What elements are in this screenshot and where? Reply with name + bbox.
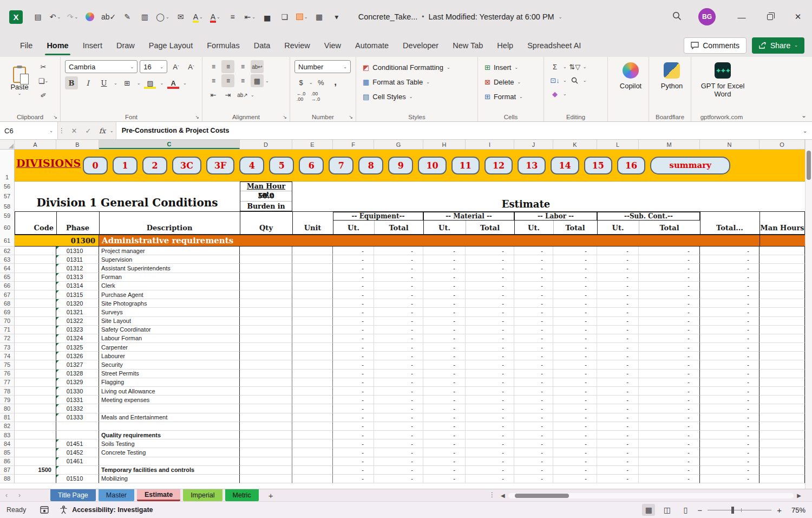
cell[interactable]: Temporary facilities and controls [99, 466, 240, 475]
font-size-select[interactable]: 16⌄ [140, 60, 167, 73]
cell[interactable]: - [597, 343, 639, 352]
cell[interactable]: - [466, 439, 514, 448]
cell[interactable]: - [333, 343, 374, 352]
cell[interactable]: - [423, 404, 466, 413]
qat-copy-icon[interactable]: ❏ [277, 9, 292, 25]
cell[interactable]: - [423, 255, 466, 264]
cell[interactable]: - [639, 247, 700, 255]
cell[interactable]: Concrete Testing [99, 448, 240, 457]
font-name-select[interactable]: Cambria⌄ [65, 60, 137, 73]
cell[interactable]: - [333, 466, 374, 475]
cell[interactable] [292, 475, 333, 483]
cell[interactable]: - [639, 466, 700, 475]
zoom-slider-thumb[interactable] [731, 507, 734, 514]
cell[interactable] [15, 431, 56, 439]
cell[interactable] [15, 273, 56, 282]
cell[interactable]: - [597, 413, 639, 422]
cell[interactable] [292, 387, 333, 396]
cell[interactable]: - [466, 466, 514, 475]
cell[interactable] [292, 396, 333, 404]
column-header-I[interactable]: I [466, 140, 514, 149]
man-hour-rate-value[interactable]: 50.0 [240, 192, 292, 200]
cell[interactable]: - [466, 457, 514, 466]
cell[interactable]: - [597, 396, 639, 404]
cell[interactable]: - [597, 290, 639, 299]
cell[interactable]: - [639, 282, 700, 290]
horizontal-scrollbar-thumb[interactable] [515, 494, 569, 498]
row-header[interactable]: 56 [0, 182, 15, 191]
cell[interactable]: - [597, 299, 639, 308]
cell[interactable] [240, 334, 292, 343]
cell[interactable] [99, 457, 240, 466]
cell[interactable] [240, 378, 292, 387]
cell[interactable] [240, 343, 292, 352]
cell[interactable]: 01311 [56, 255, 99, 264]
ribbon-tab-automate[interactable]: Automate [348, 34, 396, 57]
align-left-button[interactable]: ≡ [207, 74, 220, 87]
cell[interactable]: - [597, 475, 639, 483]
grow-font-button[interactable]: Aˆ [169, 60, 182, 73]
number-dialog-launcher-icon[interactable]: ↘ [349, 114, 353, 120]
alignment-dialog-launcher-icon[interactable]: ↘ [283, 114, 287, 120]
increase-decimal-button[interactable]: ←.0.00 [294, 90, 307, 103]
document-title-area[interactable]: Concrete_Take... • Last Modified: Yester… [358, 12, 562, 21]
cell[interactable]: 01323 [56, 326, 99, 334]
cell[interactable]: 01461 [56, 457, 99, 466]
division-button-15[interactable]: 15 [584, 157, 612, 174]
cell[interactable]: - [514, 387, 553, 396]
cell[interactable]: - [700, 352, 759, 360]
cell[interactable]: - [333, 457, 374, 466]
cell[interactable]: 01452 [56, 448, 99, 457]
cell[interactable] [292, 273, 333, 282]
cell[interactable]: - [700, 475, 759, 483]
sheet-tab-estimate[interactable]: Estimate [137, 489, 180, 501]
cell[interactable]: - [553, 282, 597, 290]
row-header[interactable]: 72 [0, 334, 15, 343]
cell[interactable] [15, 457, 56, 466]
accessibility-status[interactable]: Accessibility: Investigate [72, 506, 153, 514]
qat-copilot-icon[interactable] [82, 9, 97, 25]
cell[interactable]: - [514, 378, 553, 387]
cell[interactable] [759, 360, 805, 369]
column-header-L[interactable]: L [597, 140, 639, 149]
cell[interactable] [240, 475, 292, 483]
cell[interactable]: - [466, 317, 514, 326]
cell[interactable]: 01312 [56, 264, 99, 273]
cell[interactable]: - [553, 247, 597, 255]
scroll-right-icon[interactable]: ▶ [794, 493, 801, 498]
column-header-K[interactable]: K [553, 140, 597, 149]
cell[interactable]: - [597, 378, 639, 387]
cell[interactable] [15, 413, 56, 422]
cell[interactable] [292, 378, 333, 387]
cell[interactable]: - [639, 352, 700, 360]
vertical-scrollbar[interactable] [805, 140, 812, 489]
cell[interactable]: 01510 [56, 475, 99, 483]
cell[interactable]: - [639, 422, 700, 431]
cell[interactable]: - [597, 422, 639, 431]
qat-fill-color-icon[interactable]: ⌄ [294, 9, 310, 25]
cell[interactable]: - [639, 370, 700, 378]
division-button-4[interactable]: 4 [239, 157, 264, 174]
cell[interactable] [759, 343, 805, 352]
cell[interactable] [15, 282, 56, 290]
qat-undo-icon[interactable]: ↶⌄ [48, 9, 63, 25]
cell[interactable]: - [597, 431, 639, 439]
cell[interactable]: 01315 [56, 290, 99, 299]
cell[interactable]: - [514, 247, 553, 255]
division-button-11[interactable]: 11 [451, 157, 480, 174]
vertical-scrollbar-thumb[interactable] [807, 151, 811, 180]
cell[interactable]: - [700, 308, 759, 316]
cell[interactable]: - [374, 255, 423, 264]
cell[interactable]: Soils Testing [99, 439, 240, 448]
cell[interactable] [240, 370, 292, 378]
ribbon-tab-file[interactable]: File [13, 34, 40, 57]
cell[interactable]: Living out Allowance [99, 387, 240, 396]
cell[interactable]: - [514, 334, 553, 343]
cell[interactable]: - [374, 334, 423, 343]
restore-button[interactable] [756, 0, 784, 34]
cell[interactable]: - [423, 334, 466, 343]
gpt-button[interactable]: ✦✦✦ GPT for Excel Word [696, 60, 750, 98]
copy-button[interactable]: ❏⌄ [37, 74, 50, 87]
cell-styles-button[interactable]: ▤ Cell Styles⌄ [361, 89, 473, 103]
qat-outdent-icon[interactable]: ⇤⌄ [243, 9, 258, 25]
